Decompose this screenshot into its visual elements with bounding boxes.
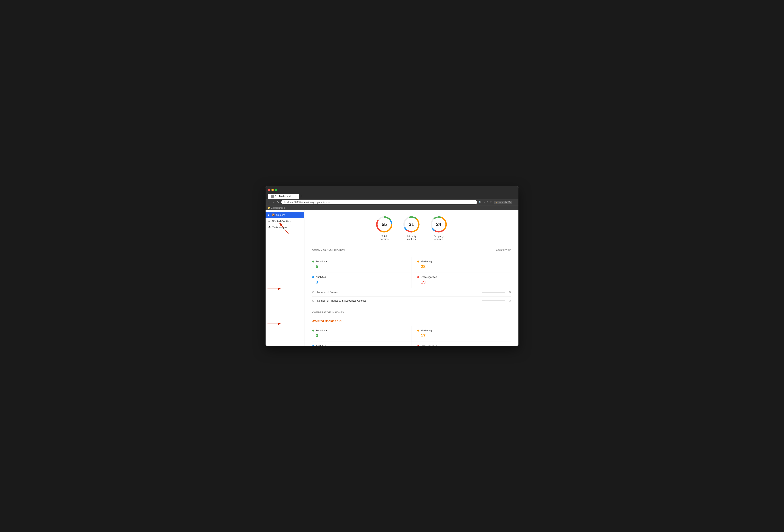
sidebar-label-cookies: Cookies (276, 213, 285, 216)
tab-bar: CLI Dashboard ✕ + (268, 193, 516, 199)
new-tab-button[interactable]: + (299, 193, 305, 199)
comp-functional: Functional 3 (312, 326, 412, 342)
comp-functional-dot (312, 330, 314, 331)
star-icon[interactable]: ☆ (483, 201, 485, 204)
stat-total-cookies: 55 Total cookies (375, 216, 393, 240)
analytics-label-row: Analytics (312, 275, 405, 278)
maximize-button[interactable] (275, 189, 277, 191)
comp-uncategorized-dot (417, 345, 419, 346)
affected-cookies-icon: ○ (268, 219, 270, 223)
classification-section-header: COOKIE CLASSIFICATION Expand View (312, 248, 511, 253)
uncategorized-dot (417, 276, 419, 278)
functional-label-row: Functional (312, 260, 405, 263)
stat-first-party-cookies: 31 1st party cookies (403, 216, 420, 240)
browser-chrome: CLI Dashboard ✕ + (265, 186, 519, 199)
third-party-label: 3rd party cookies (433, 235, 444, 240)
frames-cookies-count: 3 (507, 299, 511, 302)
comp-uncategorized: Uncategorized 1 (412, 342, 511, 346)
uncategorized-label-row: Uncategorized (417, 275, 511, 278)
analytics-count: 3 (312, 279, 405, 285)
total-cookies-circle: 55 (375, 216, 393, 233)
frames-cookies-dot (312, 300, 314, 302)
cookies-icon: 🍪 (271, 213, 275, 216)
comparative-section: COMPARATIVE INSIGHTS Affected Cookies : … (312, 311, 511, 346)
extensions-icon[interactable]: ⧉ (487, 201, 488, 204)
analytics-dot (312, 276, 314, 278)
classification-grid: Functional 5 Marketing 28 Anal (312, 257, 511, 288)
sidebar-item-cookies[interactable]: ▶ 🍪 Cookies (265, 212, 304, 218)
address-bar: ‹ › ↻ localhost:9000/?dir=nationalgeogra… (265, 199, 519, 206)
stats-row: 55 Total cookies (312, 216, 511, 240)
comp-marketing: Marketing 17 (412, 326, 511, 342)
active-tab[interactable]: CLI Dashboard ✕ (268, 194, 299, 199)
marketing-label-row: Marketing (417, 260, 511, 263)
tab-favicon (271, 195, 274, 198)
comp-functional-label-row: Functional (312, 329, 405, 332)
classification-uncategorized: Uncategorized 19 (412, 272, 511, 288)
classification-analytics: Analytics 3 (312, 272, 412, 288)
incognito-icon: 🕵 (495, 201, 498, 204)
url-input[interactable]: localhost:9000/?dir=nationalgeographic-c… (281, 200, 477, 204)
first-party-number: 31 (409, 222, 414, 227)
frames-dot (312, 291, 314, 293)
arrow-horizontal-2 (265, 320, 301, 328)
uncategorized-name: Uncategorized (421, 275, 437, 278)
incognito-label: Incognito (2) (499, 201, 511, 203)
first-party-label: 1st party cookies (407, 235, 416, 240)
address-actions: 🔍 ☆ ⧉ ☐ 🕵 Incognito (2) ⋮ (479, 201, 516, 204)
tab-close-icon[interactable]: ✕ (295, 196, 296, 198)
total-cookies-label: Total cookies (380, 235, 389, 240)
frames-bar (482, 292, 505, 293)
affected-cookies-title: Affected Cookies : 21 (312, 319, 511, 323)
comparative-section-header: COMPARATIVE INSIGHTS (312, 311, 511, 315)
uncategorized-count: 19 (417, 279, 511, 285)
classification-title: COOKIE CLASSIFICATION (312, 248, 345, 251)
expand-view-button[interactable]: Expand View (496, 248, 511, 251)
functional-dot (312, 261, 314, 263)
minimize-button[interactable] (271, 189, 274, 191)
forward-button[interactable]: › (272, 200, 275, 204)
comp-analytics-label-row: Analytics (312, 345, 405, 346)
comp-analytics-dot (312, 345, 314, 346)
bookmarks-label: All Bookmarks (271, 207, 285, 209)
zoom-icon: 🔍 (479, 201, 481, 204)
profile-icon[interactable]: ☐ (490, 201, 492, 204)
frames-cookies-bar (482, 300, 505, 301)
marketing-dot (417, 261, 419, 263)
classification-functional: Functional 5 (312, 257, 412, 272)
marketing-name: Marketing (421, 260, 432, 263)
menu-icon[interactable]: ⋮ (514, 201, 516, 204)
analytics-name: Analytics (316, 275, 326, 278)
comp-functional-count: 3 (312, 333, 405, 338)
third-party-circle: 24 (430, 216, 447, 233)
third-party-number: 24 (436, 222, 441, 227)
comp-analytics: Analytics 0 (312, 342, 412, 346)
total-cookies-number: 55 (382, 222, 387, 227)
expand-icon: ▶ (268, 214, 270, 216)
comp-marketing-count: 17 (417, 333, 511, 338)
traffic-lights (268, 188, 516, 192)
browser-window: CLI Dashboard ✕ + ‹ › ↻ localhost:9000/?… (265, 186, 519, 346)
comp-analytics-name: Analytics (316, 345, 326, 346)
frames-section: Number of Frames 3 Number of Frames with… (312, 288, 511, 305)
frames-cookies-bar-container (482, 300, 505, 301)
bookmarks-bar: 📁 All Bookmarks (265, 206, 519, 210)
arrow-horizontal-1 (265, 285, 301, 293)
comp-marketing-name: Marketing (421, 329, 432, 332)
functional-name: Functional (316, 260, 328, 263)
frames-bar-container (482, 292, 505, 293)
comparative-grid: Functional 3 Marketing 17 (312, 326, 511, 346)
frames-label: Number of Frames (317, 291, 480, 294)
first-party-circle: 31 (403, 216, 420, 233)
main-content: 55 Total cookies (304, 210, 519, 346)
comp-marketing-label-row: Marketing (417, 329, 511, 332)
tab-title: CLI Dashboard (275, 195, 291, 198)
back-button[interactable]: ‹ (268, 200, 271, 204)
reload-button[interactable]: ↻ (276, 200, 280, 204)
close-button[interactable] (268, 189, 270, 191)
url-text: localhost:9000/?dir=nationalgeographic-c… (284, 201, 330, 204)
svg-line-1 (279, 223, 289, 234)
comp-uncategorized-name: Uncategorized (421, 345, 437, 346)
comparative-title: COMPARATIVE INSIGHTS (312, 311, 344, 314)
frames-cookies-label: Number of Frames with Associated Cookies (317, 299, 480, 302)
